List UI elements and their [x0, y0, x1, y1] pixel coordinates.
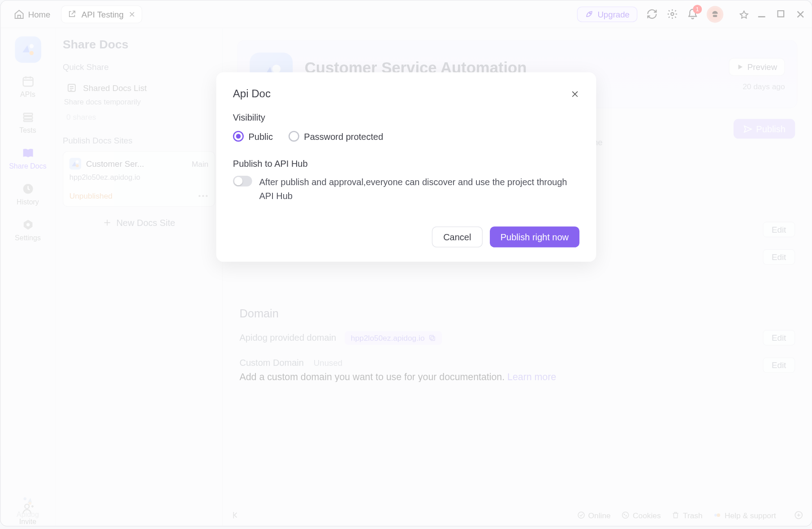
api-doc-modal: Api Doc Visibility Public Password prote… [216, 72, 596, 262]
modal-cancel-button[interactable]: Cancel [432, 226, 483, 247]
modal-publish-now-button[interactable]: Publish right now [490, 226, 579, 247]
visibility-public-radio[interactable]: Public [233, 131, 273, 142]
modal-overlay: Api Doc Visibility Public Password prote… [0, 0, 812, 526]
modal-close-icon[interactable] [570, 90, 579, 99]
modal-title: Api Doc [233, 88, 271, 100]
modal-visibility-label: Visibility [233, 113, 579, 123]
publish-hub-toggle[interactable] [233, 176, 252, 186]
modal-hub-label: Publish to API Hub [233, 158, 579, 169]
visibility-password-radio[interactable]: Password protected [289, 131, 383, 142]
public-label: Public [249, 131, 273, 142]
radio-icon [233, 131, 244, 142]
publish-hub-desc: After publish and approval,everyone can … [259, 176, 579, 203]
password-label: Password protected [304, 131, 383, 142]
radio-icon [289, 131, 299, 142]
